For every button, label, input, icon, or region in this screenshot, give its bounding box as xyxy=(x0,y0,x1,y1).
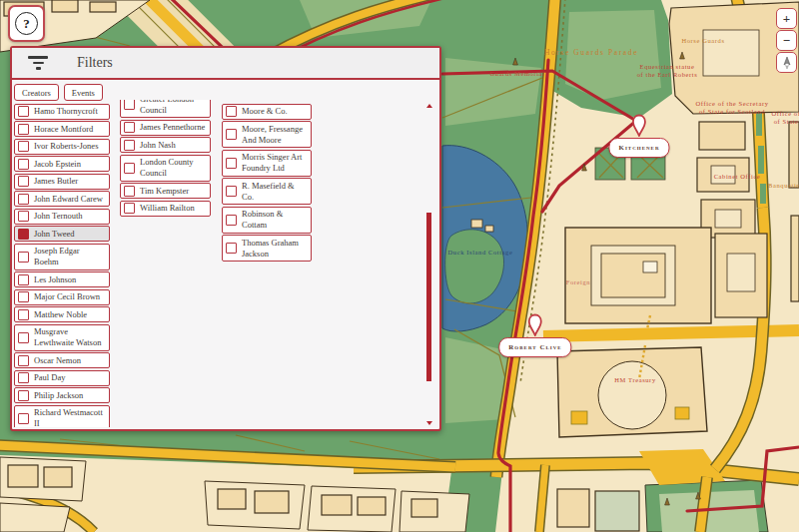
checkbox-unchecked[interactable] xyxy=(18,413,29,424)
filter-column-3: Moore & Co.Moore, Fressange And MooreMor… xyxy=(222,100,312,264)
filter-item-label: John Tweed xyxy=(34,229,75,240)
filter-item-label: Oscar Nemon xyxy=(34,355,81,366)
filter-item-label: R. Masefield & Co. xyxy=(242,181,308,203)
filter-checkbox-item[interactable]: John Ternouth xyxy=(14,209,110,225)
compass-needle-icon xyxy=(781,56,793,70)
monument-marker[interactable]: Kitchener xyxy=(608,114,669,158)
checkbox-unchecked[interactable] xyxy=(226,243,237,254)
checkbox-unchecked[interactable] xyxy=(18,372,29,383)
tab-creators[interactable]: Creators xyxy=(14,84,59,101)
filter-checkbox-item[interactable]: James Pennethorne xyxy=(120,120,211,136)
filter-item-label: Robinson & Cottam xyxy=(242,209,308,231)
filter-checkbox-item[interactable]: Les Johnson xyxy=(14,271,110,287)
filter-checkbox-item[interactable]: Morris Singer Art Foundry Ltd xyxy=(222,150,312,177)
filter-item-label: Philip Jackson xyxy=(34,390,83,401)
help-button[interactable]: ? xyxy=(8,5,45,42)
filter-tabs: Creators Events xyxy=(14,84,103,101)
filter-item-label: Richard Westmacott II xyxy=(34,407,106,427)
filter-item-label: Musgrave Lewthwaite Watson xyxy=(34,326,106,348)
filter-checkbox-item[interactable]: Thomas Graham Jackson xyxy=(222,235,312,262)
checkbox-unchecked[interactable] xyxy=(124,163,135,174)
filter-checkbox-item[interactable]: Moore, Fressange And Moore xyxy=(222,121,312,148)
filter-column-2: Greater London CouncilJames PennethorneJ… xyxy=(120,100,211,218)
filter-checkbox-item[interactable]: Joseph Edgar Boehm xyxy=(14,244,110,270)
filter-item-label: John Ternouth xyxy=(34,211,83,222)
checkbox-unchecked[interactable] xyxy=(124,100,135,110)
checkbox-unchecked[interactable] xyxy=(18,141,29,152)
filters-panel-title: Filters xyxy=(77,55,113,71)
checkbox-unchecked[interactable] xyxy=(226,106,237,117)
filter-checkbox-item[interactable]: James Butler xyxy=(14,174,110,190)
filter-item-label: Moore, Fressange And Moore xyxy=(242,124,308,146)
checkbox-unchecked[interactable] xyxy=(18,309,29,320)
checkbox-unchecked[interactable] xyxy=(226,129,237,140)
filter-item-label: John Nash xyxy=(140,140,176,151)
filter-item-label: Ivor Roberts-Jones xyxy=(34,141,98,152)
filter-checkbox-item[interactable]: Robinson & Cottam xyxy=(222,207,312,234)
checkbox-unchecked[interactable] xyxy=(18,274,29,285)
filter-checkbox-item[interactable]: Ivor Roberts-Jones xyxy=(14,139,110,155)
filter-item-label: Les Johnson xyxy=(34,274,76,285)
zoom-out-button[interactable]: − xyxy=(776,30,797,51)
filter-item-label: Jacob Epstein xyxy=(34,159,81,170)
filter-checkbox-item[interactable]: Moore & Co. xyxy=(222,104,312,120)
filter-item-label: Major Cecil Brown xyxy=(34,291,100,302)
filter-column-1: Hamo ThornycroftHorace MontfordIvor Robe… xyxy=(14,100,110,427)
filter-checkbox-item[interactable]: R. Masefield & Co. xyxy=(222,178,312,205)
filter-checkbox-item[interactable]: John Tweed xyxy=(14,226,110,242)
scroll-up-arrow[interactable] xyxy=(426,104,432,108)
filter-item-label: William Railton xyxy=(140,203,195,214)
filter-checkbox-item[interactable]: Philip Jackson xyxy=(14,387,110,403)
filter-checkbox-item[interactable]: Jacob Epstein xyxy=(14,156,110,172)
filter-item-label: James Butler xyxy=(34,176,78,187)
checkbox-unchecked[interactable] xyxy=(18,159,29,170)
checkbox-unchecked[interactable] xyxy=(124,186,135,197)
filter-checkbox-item[interactable]: Hamo Thornycroft xyxy=(14,104,110,120)
checkbox-unchecked[interactable] xyxy=(18,176,29,187)
checkbox-unchecked[interactable] xyxy=(124,140,135,151)
filter-item-label: Matthew Noble xyxy=(34,309,87,320)
map-pin-icon xyxy=(632,114,647,137)
checkbox-unchecked[interactable] xyxy=(18,211,29,222)
checkbox-checked[interactable] xyxy=(18,229,29,240)
marker-label: Kitchener xyxy=(608,138,669,158)
filter-checkbox-item[interactable]: Musgrave Lewthwaite Watson xyxy=(14,324,110,351)
checkbox-unchecked[interactable] xyxy=(124,203,135,214)
checkbox-unchecked[interactable] xyxy=(18,252,29,263)
compass-button[interactable] xyxy=(776,52,797,73)
filter-checkbox-item[interactable]: John Nash xyxy=(120,137,211,153)
tab-events[interactable]: Events xyxy=(64,84,103,101)
checkbox-unchecked[interactable] xyxy=(18,106,29,117)
scroll-down-arrow[interactable] xyxy=(426,421,432,425)
filter-icon xyxy=(27,56,49,69)
filter-checkbox-item[interactable]: John Edward Carew xyxy=(14,191,110,207)
checkbox-unchecked[interactable] xyxy=(18,194,29,205)
checkbox-unchecked[interactable] xyxy=(18,355,29,366)
checkbox-unchecked[interactable] xyxy=(18,390,29,401)
filters-panel-header: Filters xyxy=(12,48,439,80)
scrollbar-thumb[interactable] xyxy=(426,213,431,381)
filter-checkbox-item[interactable]: Paul Day xyxy=(14,370,110,386)
checkbox-unchecked[interactable] xyxy=(18,124,29,135)
filter-checkbox-item[interactable]: Major Cecil Brown xyxy=(14,289,110,305)
question-mark-icon: ? xyxy=(15,12,38,35)
map-pin-icon xyxy=(527,313,542,336)
filter-checkbox-item[interactable]: Horace Montford xyxy=(14,121,110,137)
monument-marker[interactable]: Robert Clive xyxy=(498,313,571,357)
checkbox-unchecked[interactable] xyxy=(124,122,135,133)
checkbox-unchecked[interactable] xyxy=(226,215,237,226)
checkbox-unchecked[interactable] xyxy=(226,186,237,197)
filter-item-label: James Pennethorne xyxy=(140,122,205,133)
filter-checkbox-item[interactable]: Richard Westmacott II xyxy=(14,405,110,428)
checkbox-unchecked[interactable] xyxy=(18,291,29,302)
filter-checkbox-item[interactable]: Greater London Council xyxy=(120,100,211,118)
checkbox-unchecked[interactable] xyxy=(18,332,29,343)
filter-checkbox-item[interactable]: Matthew Noble xyxy=(14,306,110,322)
filter-checkbox-item[interactable]: William Railton xyxy=(120,201,211,217)
filter-item-label: Morris Singer Art Foundry Ltd xyxy=(242,152,308,174)
zoom-in-button[interactable]: + xyxy=(776,8,797,29)
filter-checkbox-item[interactable]: Tim Kempster xyxy=(120,183,211,199)
filter-checkbox-item[interactable]: London County Council xyxy=(120,155,211,182)
filter-checkbox-item[interactable]: Oscar Nemon xyxy=(14,352,110,368)
checkbox-unchecked[interactable] xyxy=(226,158,237,169)
